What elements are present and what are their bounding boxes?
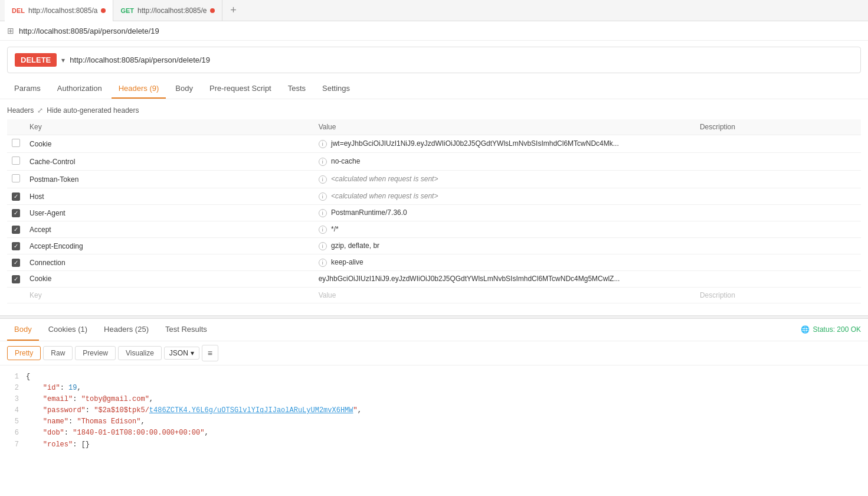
col-value-header: Value [314,119,695,135]
preview-button[interactable]: Preview [75,346,116,360]
row-value: i <calculated when request is sent> [314,188,695,205]
table-row-empty: Key Value Description [7,287,861,303]
col-check-header [7,119,25,135]
row-value: i keep-alive [314,254,695,271]
format-label: JSON [169,349,188,357]
row-desc [695,135,861,153]
code-line-7: 7 "roles": [} [7,439,861,451]
row-checkbox[interactable] [12,242,20,250]
code-content: "password": "$2a$10$tpk5/t486ZCTK4.Y6L6g… [26,405,861,416]
row-desc [695,254,861,271]
request-tabs: Params Authorization Headers (9) Body Pr… [0,79,868,99]
row-value: i no-cache [314,153,695,171]
tab-authorization[interactable]: Authorization [50,79,109,99]
headers-table: Key Value Description Cookie i jwt=eyJhb… [7,119,861,304]
info-icon[interactable]: i [319,140,327,148]
code-content: { [26,371,861,383]
row-checkbox[interactable] [12,174,20,182]
raw-button[interactable]: Raw [43,346,73,360]
headers-section: Headers ⤢ Hide auto-generated headers Ke… [0,99,868,308]
request-url-input[interactable] [70,56,853,64]
response-status: 🌐 Status: 200 OK [801,325,861,334]
tab-del-dot [101,8,106,13]
code-content: "roles": [} [26,439,861,451]
resp-tab-body[interactable]: Body [7,319,39,341]
pretty-button[interactable]: Pretty [7,346,41,360]
table-row: Connection i keep-alive [7,254,861,271]
tab-get-dot [210,8,215,13]
row-checkbox[interactable] [12,156,20,165]
info-icon[interactable]: i [319,175,327,184]
row-desc [695,188,861,205]
row-key: User-Agent [25,205,314,221]
tab-get-url: http://localhost:8085/e [137,6,207,15]
row-checkbox[interactable] [12,226,20,234]
headers-toolbar: Headers ⤢ Hide auto-generated headers [7,104,861,119]
row-checkbox[interactable] [12,259,20,267]
method-dropdown[interactable]: ▾ [61,56,65,64]
table-row: User-Agent i PostmanRuntime/7.36.0 [7,205,861,221]
empty-key[interactable]: Key [25,287,314,303]
row-value: i PostmanRuntime/7.36.0 [314,205,695,221]
line-number: 7 [7,439,19,451]
globe-icon: 🌐 [801,325,810,334]
row-key: Accept-Encoding [25,238,314,254]
code-content: "dob": "1840-01-01T08:00:00.000+00:00", [26,428,861,439]
code-line-5: 5 "name": "Thomas Edison", [7,416,861,428]
info-icon[interactable]: i [319,226,327,234]
tab-pre-request-script[interactable]: Pre-request Script [202,79,279,99]
row-checkbox[interactable] [12,139,20,147]
tab-del[interactable]: DEL http://localhost:8085/a [5,0,113,21]
row-desc [695,271,861,288]
row-checkbox[interactable] [12,209,20,217]
info-icon[interactable]: i [319,259,327,267]
row-key: Cache-Control [25,153,314,171]
chevron-down-icon: ▾ [191,349,194,357]
tab-bar: DEL http://localhost:8085/a GET http://l… [0,0,868,21]
hide-auto-label[interactable]: Hide auto-generated headers [47,106,139,115]
row-key: Cookie [25,135,314,153]
line-number: 6 [7,428,19,439]
code-line-2: 2 "id": 19, [7,383,861,394]
info-icon[interactable]: i [319,192,327,201]
resp-tab-cookies[interactable]: Cookies (1) [41,319,94,341]
info-icon[interactable]: i [319,209,327,217]
address-bar: ⊞ http://localhost:8085/api/person/delet… [0,21,868,41]
code-line-1: 1 { [7,371,861,383]
visualize-button[interactable]: Visualize [118,346,162,360]
row-key: Postman-Token [25,171,314,188]
empty-value[interactable]: Value [314,287,695,303]
table-row: Accept-Encoding i gzip, deflate, br [7,238,861,254]
tab-get[interactable]: GET http://localhost:8085/e [113,0,222,21]
table-header-row: Key Value Description [7,119,861,135]
code-line-6: 6 "dob": "1840-01-01T08:00:00.000+00:00"… [7,428,861,439]
new-tab-button[interactable]: + [225,2,241,19]
row-checkbox[interactable] [12,275,20,283]
row-desc [695,205,861,221]
row-desc [695,153,861,171]
row-checkbox[interactable] [12,192,20,201]
row-value: i gzip, deflate, br [314,238,695,254]
row-desc [695,171,861,188]
tab-headers[interactable]: Headers (9) [112,79,166,99]
tab-settings[interactable]: Settings [315,79,357,99]
resp-tab-headers[interactable]: Headers (25) [97,319,156,341]
info-icon[interactable]: i [319,158,327,166]
info-icon[interactable]: i [319,242,327,250]
line-number: 5 [7,416,19,428]
tab-body[interactable]: Body [168,79,200,99]
row-value: i jwt=eyJhbGciOiJIUzI1NiJ9.eyJzdWIiOiJ0b… [314,135,695,153]
code-content: "name": "Thomas Edison", [26,416,861,428]
format-selector[interactable]: JSON ▾ [164,347,199,360]
headers-label: Headers [7,106,34,115]
code-line-3: 3 "email": "toby@gmail.com", [7,394,861,405]
table-row: Postman-Token i <calculated when request… [7,171,861,188]
col-key-header: Key [25,119,314,135]
wrap-button[interactable]: ≡ [202,345,218,361]
method-badge: DELETE [15,53,57,67]
response-tabs: Body Cookies (1) Headers (25) Test Resul… [0,319,868,341]
resp-tab-test-results[interactable]: Test Results [158,319,214,341]
tab-params[interactable]: Params [7,79,48,99]
line-number: 3 [7,394,19,405]
tab-tests[interactable]: Tests [281,79,313,99]
